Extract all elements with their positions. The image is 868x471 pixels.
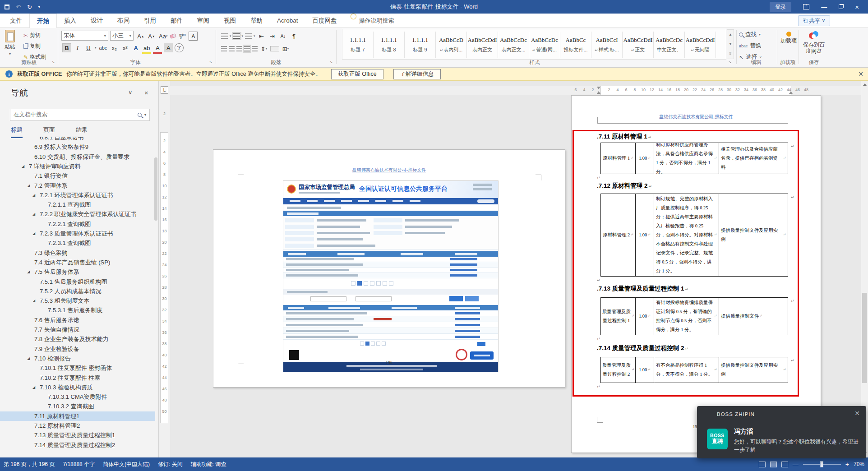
phonetic-guide-button[interactable]: wén文 <box>178 32 187 41</box>
font-dialog-launcher-icon[interactable]: ↘ <box>209 60 213 64</box>
nav-item[interactable]: 7.4 近两年产品销售业绩 (SP) <box>0 258 155 267</box>
italic-button[interactable]: I <box>73 43 82 52</box>
ribbon-display-options-icon[interactable]: ˆ <box>803 4 809 9</box>
nav-tab-结果[interactable]: 结果 <box>76 126 88 138</box>
find-button[interactable]: 查找▾ <box>739 31 761 38</box>
hanging-indent-marker[interactable] <box>597 91 600 94</box>
font-size-combo[interactable]: 小三▾ <box>110 31 134 41</box>
scrollbar-thumb[interactable] <box>862 293 867 383</box>
nav-tab-标题[interactable]: 标题 <box>11 126 23 138</box>
change-case-button[interactable]: Aa▾ <box>158 32 168 41</box>
zoom-in-button[interactable]: + <box>845 461 849 468</box>
line-spacing-icon[interactable]: ⇕▾ <box>259 44 268 53</box>
nav-close-icon[interactable]: × <box>144 89 148 97</box>
style-card[interactable]: AaBbCcDdI↵无间隔 <box>685 32 716 58</box>
cut-button[interactable]: ✂剪切 <box>23 32 41 39</box>
nav-item[interactable]: 6.10 交货期、投标保证金、质量要求 <box>0 152 155 162</box>
collapse-triangle-icon[interactable]: ◢ <box>32 209 35 219</box>
nav-tab-页面[interactable]: 页面 <box>43 126 55 138</box>
nav-item[interactable]: 7.10.3.1 CMA资质附件 <box>0 392 155 402</box>
style-card[interactable]: AaBbCcD↵表内列... <box>436 32 467 58</box>
add-ins-button[interactable]: 加载项 <box>780 32 798 44</box>
nav-item[interactable]: 7.6 售后服务承诺 <box>0 315 155 325</box>
read-mode-button[interactable] <box>759 462 766 467</box>
nav-item[interactable]: 7.8 企业生产装备及技术能力 <box>0 334 155 344</box>
collapse-triangle-icon[interactable]: ◢ <box>27 181 30 190</box>
style-card[interactable]: AaBbCcDc表内正文... <box>498 32 529 58</box>
nav-item[interactable]: ◢7.2.3 质量管理体系认证证书 <box>0 229 155 238</box>
nav-item[interactable]: 7.3 绿色采购 <box>0 248 155 258</box>
status-word-count[interactable]: 7/18888 个字 <box>63 461 95 468</box>
tab-审阅[interactable]: 审阅 <box>190 14 217 28</box>
strikethrough-button[interactable]: abc <box>98 43 108 52</box>
minimize-button[interactable]: — <box>821 4 827 10</box>
style-card[interactable]: 1.1.1.1标题 7 <box>342 32 374 58</box>
boss-zhipin-popup[interactable]: BOSS ZHIPIN ✕ BOSS直聘 冯方滔 您好，可以聊聊吗？您这个职位我… <box>697 406 866 458</box>
tab-Acrobat[interactable]: Acrobat <box>270 14 305 28</box>
search-dropdown-icon[interactable]: ▾ <box>144 113 146 117</box>
shading-icon[interactable] <box>270 46 279 51</box>
zoom-out-button[interactable]: — <box>793 461 799 468</box>
grow-font-button[interactable]: A▲ <box>136 32 145 41</box>
nav-item[interactable]: 7.14 质量管理及质量过程控制2 <box>0 440 155 450</box>
zoom-slider-thumb[interactable] <box>820 461 823 467</box>
scroll-up-icon[interactable] <box>863 83 867 86</box>
collapse-triangle-icon[interactable]: ◢ <box>32 296 35 305</box>
nav-item[interactable]: 7.9 企业检验设备 <box>0 344 155 354</box>
sort-icon[interactable]: A↓ <box>279 32 288 41</box>
style-card[interactable]: AaBbCcDdI↵正文 <box>623 32 654 58</box>
replace-button[interactable]: abac替换 <box>739 42 762 50</box>
character-border-button[interactable]: A <box>189 32 198 41</box>
style-card[interactable]: AaBbCcDc中文正文、 <box>654 32 685 58</box>
enclose-characters-button[interactable]: 字 <box>175 43 184 52</box>
zoom-slider[interactable] <box>803 464 841 465</box>
paragraph-dialog-launcher-icon[interactable]: ↘ <box>329 60 334 64</box>
nav-item[interactable]: 7.7 失信自律情况 <box>0 325 155 334</box>
font-color-button[interactable]: A <box>153 43 162 52</box>
paste-button[interactable]: 粘贴▾ <box>5 30 15 56</box>
align-right-icon[interactable] <box>236 46 242 51</box>
nav-item[interactable]: 6.9 投标人资格条件9 <box>0 142 155 152</box>
zoom-percentage[interactable]: 70% <box>854 461 864 467</box>
nav-item[interactable]: 7.10.1 往复泵配件 密封函体 <box>0 363 155 373</box>
document-scrollbar[interactable] <box>861 81 868 457</box>
nav-item[interactable]: 7.2.1.1 查询截图 <box>0 200 155 209</box>
styles-dialog-launcher-icon[interactable]: ↘ <box>728 60 733 64</box>
get-genuine-office-button[interactable]: 获取正版 Office <box>331 69 383 79</box>
nav-item[interactable]: ◢7.10.3 检验机构资质 <box>0 383 155 392</box>
right-indent-marker[interactable] <box>789 91 793 94</box>
tab-开始[interactable]: 开始 <box>29 14 57 28</box>
character-shading-button[interactable]: A <box>164 43 173 52</box>
nav-item[interactable]: ◢7.5.3 相关制度文本 <box>0 296 155 305</box>
style-card[interactable]: AaBbCcDc↵普通(网... <box>529 32 560 58</box>
style-card[interactable]: AaBbCc投标文件... <box>560 32 591 58</box>
web-layout-button[interactable] <box>781 462 788 467</box>
tab-selector[interactable]: L <box>161 86 168 94</box>
status-accessibility[interactable]: 辅助功能: 调查 <box>191 461 226 468</box>
subscript-button[interactable]: x₂ <box>110 43 119 52</box>
increase-indent-icon[interactable]: ⇥ <box>268 32 277 41</box>
tell-me-search[interactable]: 操作说明搜索 <box>359 14 394 28</box>
nav-item[interactable]: 7.10.3.2 查询截图 <box>0 402 155 411</box>
tab-插入[interactable]: 插入 <box>57 14 83 28</box>
nav-item[interactable]: ◢7.2 管理体系 <box>0 181 155 190</box>
tab-帮助[interactable]: 帮助 <box>243 14 270 28</box>
tab-引用[interactable]: 引用 <box>137 14 163 28</box>
search-icon[interactable] <box>138 113 142 117</box>
login-button[interactable]: 登录 <box>770 2 791 12</box>
nav-item[interactable]: ◢7.10 检测报告 <box>0 354 155 363</box>
nav-item[interactable]: 7.2.2.1 查询截图 <box>0 219 155 229</box>
copy-button[interactable]: 复制 <box>23 42 41 50</box>
nav-item[interactable]: ◢7.5 售后服务体系 <box>0 267 155 277</box>
show-marks-icon[interactable]: ¶ <box>290 32 299 41</box>
boss-close-icon[interactable]: ✕ <box>854 410 860 417</box>
nav-item[interactable]: 7.1 银行资信 <box>0 171 155 180</box>
align-center-icon[interactable] <box>229 46 235 51</box>
borders-icon[interactable]: ⊞▾ <box>281 44 290 53</box>
nav-item[interactable]: 7.11 原材料管理1 <box>0 411 155 421</box>
style-card[interactable]: 1.1.1.1标题 8 <box>374 32 405 58</box>
align-left-icon[interactable] <box>221 46 227 51</box>
collapse-triangle-icon[interactable]: ◢ <box>22 162 24 171</box>
shrink-font-button[interactable]: A▼ <box>147 32 156 41</box>
nav-item[interactable]: 7.5.2 人员构成基本情况 <box>0 286 155 296</box>
